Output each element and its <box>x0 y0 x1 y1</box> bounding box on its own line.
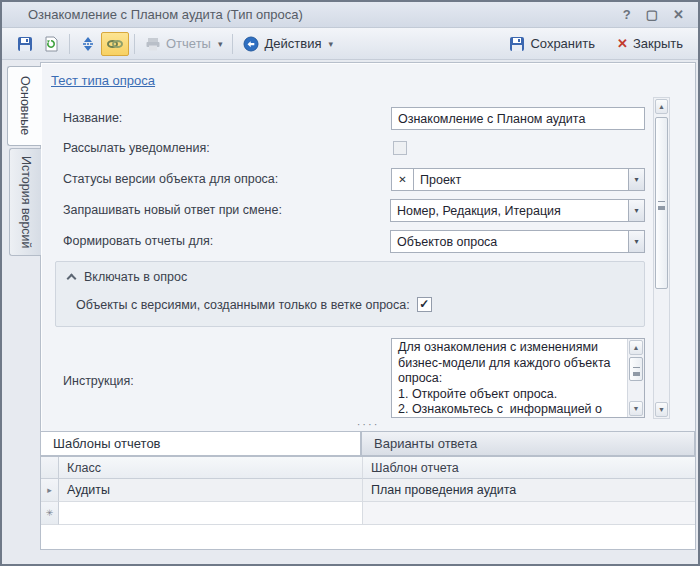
test-survey-type-link[interactable]: Тест типа опроса <box>51 73 155 88</box>
branch-versions-checkbox[interactable]: ✓ <box>417 297 432 312</box>
tab-answer-options[interactable]: Варианты ответа <box>361 431 695 456</box>
column-header-class[interactable]: Класс <box>59 457 363 479</box>
chevron-down-icon: ▾ <box>328 39 333 49</box>
close-button[interactable]: ✕ Закрыть <box>612 32 688 56</box>
branch-versions-label: Объекты с версиями, созданными только в … <box>76 298 410 312</box>
chevron-down-icon[interactable]: ▾ <box>628 199 645 222</box>
printer-icon <box>145 36 161 52</box>
floppy-icon <box>509 36 525 52</box>
chevron-down-icon[interactable]: ▾ <box>628 168 645 191</box>
window-title: Ознакомление с Планом аудита (Тип опроса… <box>2 7 303 22</box>
scroll-down-icon[interactable]: ▼ <box>629 401 643 416</box>
save-button[interactable] <box>12 32 38 56</box>
dialog-window: Ознакомление с Планом аудита (Тип опроса… <box>0 0 700 566</box>
instruction-scrollbar[interactable]: ▲ ▼ <box>627 339 644 417</box>
tab-answer-options-label: Варианты ответа <box>374 436 477 451</box>
splitter-handle[interactable]: ···· <box>41 420 695 430</box>
toolbar-separator <box>232 34 233 54</box>
tab-main[interactable]: Основные <box>7 66 41 146</box>
new-row-icon: ✳ <box>41 502 59 525</box>
chevron-down-icon: ▾ <box>218 39 223 49</box>
scroll-up-icon[interactable]: ▲ <box>655 99 668 114</box>
toolbar: Отчеты ▾ Действия ▾ Сохранить <box>2 28 698 60</box>
tab-report-templates[interactable]: Шаблоны отчетов <box>41 431 361 456</box>
reports-for-label: Формировать отчеты для: <box>63 230 213 253</box>
status-label: Статусы версии объекта для опроса: <box>63 168 278 191</box>
grid-corner-cell <box>41 457 59 479</box>
actions-icon <box>243 36 259 52</box>
scroll-up-icon[interactable]: ▲ <box>629 340 643 355</box>
grid-header-row: Класс Шаблон отчета <box>41 457 695 479</box>
notify-checkbox[interactable] <box>393 141 407 155</box>
refresh-document-button[interactable] <box>38 32 64 56</box>
instruction-label: Инструкция: <box>63 373 134 389</box>
instruction-text[interactable]: Для ознакомления с изменениями бизнес-мо… <box>392 339 627 417</box>
include-in-survey-group: Включать в опрос Объекты с версиями, соз… <box>55 261 645 327</box>
close-icon[interactable]: ✕ <box>673 7 684 22</box>
actions-label: Действия <box>264 36 321 51</box>
row-indicator-icon: ▸ <box>41 479 59 502</box>
column-header-template[interactable]: Шаблон отчета <box>363 457 695 479</box>
red-x-icon: ✕ <box>617 36 628 51</box>
reports-for-value[interactable]: Объектов опроса <box>390 230 629 253</box>
help-icon[interactable]: ? <box>623 7 631 22</box>
window-buttons: ? ▢ ✕ <box>623 7 698 22</box>
instruction-textarea[interactable]: Для ознакомления с изменениями бизнес-мо… <box>391 338 645 418</box>
group-header[interactable]: Включать в опрос <box>56 262 644 284</box>
split-arrows-icon <box>80 36 96 52</box>
reports-for-combobox[interactable]: Объектов опроса ▾ <box>391 230 645 253</box>
reports-label: Отчеты <box>166 36 211 51</box>
collapse-icon[interactable] <box>67 274 77 284</box>
toolbar-separator <box>69 34 70 54</box>
notify-label: Рассылать уведомления: <box>63 140 210 156</box>
refresh-document-icon <box>43 36 59 52</box>
fit-splitter-button[interactable] <box>75 32 101 56</box>
new-answer-label: Запрашивать новый ответ при смене: <box>63 199 282 222</box>
grip-icon <box>658 201 665 206</box>
group-row: Объекты с версиями, созданными только в … <box>56 284 644 312</box>
chain-link-icon <box>106 36 124 52</box>
new-answer-value[interactable]: Номер, Редакция, Итерация <box>390 199 629 222</box>
cell-template[interactable]: План проведения аудита <box>363 479 695 502</box>
new-answer-combobox[interactable]: Номер, Редакция, Итерация ▾ <box>391 199 645 222</box>
main-panel: Тест типа опроса Название: Рассылать уве… <box>40 62 696 550</box>
status-combobox[interactable]: ✕ Проект ▾ <box>391 168 645 191</box>
group-title: Включать в опрос <box>84 270 187 284</box>
cell-class[interactable]: Аудиты <box>59 479 363 502</box>
save-label: Сохранить <box>530 36 595 51</box>
tab-main-label: Основные <box>18 76 32 135</box>
save-and-stay-button[interactable]: Сохранить <box>504 32 600 56</box>
toolbar-separator <box>134 34 135 54</box>
link-toggle-button[interactable] <box>101 32 129 56</box>
tab-version-history-label: История версий <box>19 156 33 249</box>
report-templates-grid: Класс Шаблон отчета ▸ Аудиты План провед… <box>41 456 695 549</box>
cell-class[interactable] <box>59 502 363 525</box>
tab-version-history[interactable]: История версий <box>9 148 41 256</box>
clear-icon[interactable]: ✕ <box>391 168 414 191</box>
scroll-thumb[interactable] <box>629 357 643 381</box>
actions-button[interactable]: Действия ▾ <box>238 32 338 56</box>
toolbar-right-group: Сохранить ✕ Закрыть <box>504 32 688 56</box>
maximize-icon[interactable]: ▢ <box>646 7 658 22</box>
tab-report-templates-label: Шаблоны отчетов <box>53 436 161 451</box>
table-row-new[interactable]: ✳ <box>41 502 695 525</box>
table-row[interactable]: ▸ Аудиты План проведения аудита <box>41 479 695 502</box>
form-scrollbar[interactable]: ▲ ▼ <box>653 97 670 419</box>
grip-icon <box>633 367 640 372</box>
chevron-down-icon[interactable]: ▾ <box>628 230 645 253</box>
close-label: Закрыть <box>633 36 683 51</box>
title-bar[interactable]: Ознакомление с Планом аудита (Тип опроса… <box>2 2 698 28</box>
scroll-down-icon[interactable]: ▼ <box>655 402 668 417</box>
name-input[interactable] <box>391 107 645 130</box>
status-value[interactable]: Проект <box>413 168 629 191</box>
reports-button[interactable]: Отчеты ▾ <box>140 32 227 56</box>
name-label: Название: <box>63 107 122 130</box>
floppy-icon <box>17 36 33 52</box>
cell-template[interactable] <box>363 502 695 525</box>
scroll-thumb[interactable] <box>655 117 668 289</box>
